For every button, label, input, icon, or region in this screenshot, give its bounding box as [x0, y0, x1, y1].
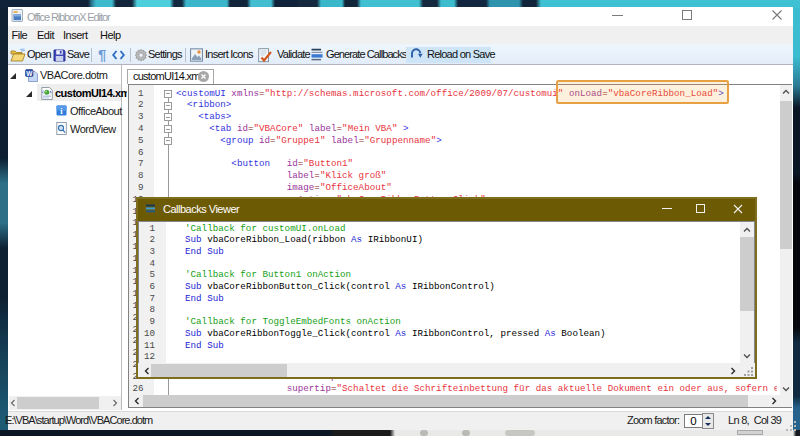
svg-text:W: W [26, 70, 33, 77]
